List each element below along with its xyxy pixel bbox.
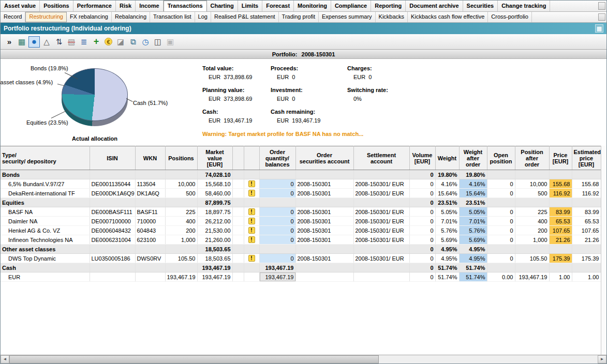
scroll-right-button[interactable]: ► [598,355,606,363]
subtab-expenses-summary[interactable]: Expenses summary [319,12,376,22]
column-header-isin[interactable]: ISIN [90,146,135,170]
warning-icon[interactable]: ! [248,236,255,243]
tab-securities[interactable]: Securities [463,1,498,11]
warning-icon[interactable]: ! [248,218,255,224]
subtab-fx-rebalancing[interactable]: FX rebalancing [67,12,112,22]
security-row-eur[interactable]: EUR193,467.19193,467.19193,467.19051.74%… [1,272,601,282]
tab-forecast[interactable]: Forecast [262,1,294,11]
paste-icon[interactable]: ⧉ [127,36,139,48]
tab-positions[interactable]: Positions [40,1,73,11]
subtab-record[interactable]: Record [1,12,25,22]
cell-order_qty[interactable]: 0 [259,254,295,263]
tab-risk[interactable]: Risk [116,1,136,11]
tab-transactions[interactable]: Transactions [164,1,207,11]
tabbar-spacer [550,1,597,11]
cell-order_qty[interactable]: 0 [259,207,295,217]
tab-compliance[interactable]: Compliance [331,1,371,11]
scrollbar-thumb[interactable] [9,355,379,363]
security-row-basf-na[interactable]: BASF NADE000BASF111BASF1122518,897.75!02… [1,207,601,217]
add-icon[interactable]: + [91,36,102,48]
chart-magnifier-icon[interactable]: ◫ [152,36,164,48]
security-row-dekarent-international-tf[interactable]: DekaRent-international TFDE000DK1A6Q9DK1… [1,189,601,198]
column-header-order-securities-account[interactable]: Order securities account [295,146,353,170]
column-header-positions[interactable]: Positions [165,146,197,170]
security-row-6-5-bundanl-v-97-27[interactable]: 6,5% Bundanl.V.97/27DE000113504411350410… [1,179,601,189]
subtab-kickbacks[interactable]: Kickbacks [376,12,408,22]
column-header-settlement-account[interactable]: Settlement account [353,146,409,170]
report-table-icon[interactable]: ▦ [16,36,27,48]
group-row-other-asset-classes[interactable]: Other asset classes18,503.6504.95%4.95% [1,245,601,254]
cell-order_qty[interactable]: 193,467.19 [259,272,295,282]
column-header-weight-after-order[interactable]: Weight after order [459,146,487,170]
security-row-henkel-ag-co-vz[interactable]: Henkel AG & Co. VZDE00060484326048432002… [1,226,601,235]
warning-icon[interactable]: ! [248,227,255,234]
subtab-realised-p-l-statement[interactable]: Realised P&L statement [211,12,279,22]
group-row-equities[interactable]: Equities87,899.75023.51%23.51% [1,198,601,207]
cell-settlement: 2008-150301/ EUR [353,179,409,189]
cell-order_qty[interactable]: 0 [259,226,295,235]
warning-icon[interactable]: ! [248,180,255,187]
subtab-restructuring[interactable]: Restructuring [25,12,66,22]
group-row-bonds[interactable]: Bonds74,028.10019.80%19.80% [1,170,601,179]
eraser-icon[interactable]: ◪ [115,36,126,48]
more-icon[interactable]: » [4,36,15,48]
cell-order_qty[interactable]: 0 [259,179,295,189]
sliders-icon[interactable]: ≣ [78,36,90,48]
tab-charting[interactable]: Charting [207,1,238,11]
warning-icon[interactable]: ! [248,190,255,196]
positions-sort-icon[interactable]: ⇅ [53,36,65,48]
warning-icon[interactable]: ! [248,208,255,215]
globe-icon[interactable]: ● [28,36,40,48]
scroll-left-button[interactable]: ◄ [1,355,9,363]
delta-icon[interactable]: △ [41,36,52,48]
column-header-market-value-eur[interactable]: Market value [EUR] [197,146,232,170]
column-header-wkn[interactable]: WKN [135,146,165,170]
tabbar-overflow-button[interactable] [598,2,605,10]
security-row-infineon-technologies-na[interactable]: Infineon Technologies NADE00062310046231… [1,235,601,245]
subtabbar-overflow-button[interactable] [598,13,605,21]
column-header-blank[interactable] [244,146,259,170]
cell-name: Bonds [1,170,90,179]
tab-change-tracking[interactable]: Change tracking [498,1,550,11]
column-header-type-security-depository[interactable]: Type/ security/ depository [1,146,90,170]
subtab-kickbacks-cash-flow-effective[interactable]: Kickbacks cash flow effective [408,12,488,22]
tab-reporting[interactable]: Reporting [371,1,406,11]
subtab-log[interactable]: Log [195,12,211,22]
subtab-cross-portfolio[interactable]: Cross-portfolio [488,12,532,22]
cell-order_qty[interactable]: 0 [259,189,295,198]
horizontal-scrollbar[interactable]: ◄ ► [1,355,606,363]
column-header-blank[interactable] [232,146,244,170]
tab-document-archive[interactable]: Document archive [406,1,463,11]
copy-icon[interactable]: ▣ [165,36,176,48]
security-row-daimler-na[interactable]: Daimler NADE000710000071000040026,212.00… [1,217,601,226]
warning-icon[interactable]: ! [248,255,255,262]
column-header-open-position[interactable]: Open position [487,146,515,170]
euro-icon[interactable]: € [105,38,112,46]
vertical-scrollbar-track[interactable] [601,146,606,355]
security-row-dws-top-dynamic[interactable]: DWS Top DynamicLU0350005186DWS0RV105.501… [1,254,601,263]
titlebar-grid-icon[interactable]: ▦ [595,24,603,33]
column-header-estimated-price-eur[interactable]: Estimated price [EUR] [572,146,601,170]
subtab-trading-profit[interactable]: Trading profit [279,12,319,22]
scrollbar-track[interactable] [379,355,598,363]
column-header-volume-eur[interactable]: Volume [EUR] [409,146,435,170]
column-header-position-after-order[interactable]: Position after order [515,146,549,170]
group-row-cash[interactable]: Cash193,467.19193,467.19051.74%51.74% [1,263,601,272]
column-header-order-quantity-balances[interactable]: Order quantity/ balances [259,146,295,170]
subtab-rebalancing[interactable]: Rebalancing [112,12,150,22]
cell-positions [165,170,197,179]
column-header-price-eur[interactable]: Price [EUR] [549,146,572,170]
cell-order_qty[interactable]: 0 [259,217,295,226]
cell-weight: 5.76% [435,226,459,235]
subtab-transaction-list[interactable]: Transaction list [150,12,195,22]
tab-income[interactable]: Income [136,1,164,11]
tab-performance[interactable]: Performance [73,1,116,11]
chart-disabled-icon[interactable]: ▧ [66,36,77,48]
column-header-weight[interactable]: Weight [435,146,459,170]
cell-order_qty[interactable]: 0 [259,235,295,245]
cell-order_qty: 193,467.19 [259,263,295,272]
tab-limits[interactable]: Limits [238,1,262,11]
clock-icon[interactable]: ◷ [140,36,151,48]
tab-asset-value[interactable]: Asset value [1,1,40,11]
tab-monitoring[interactable]: Monitoring [294,1,331,11]
